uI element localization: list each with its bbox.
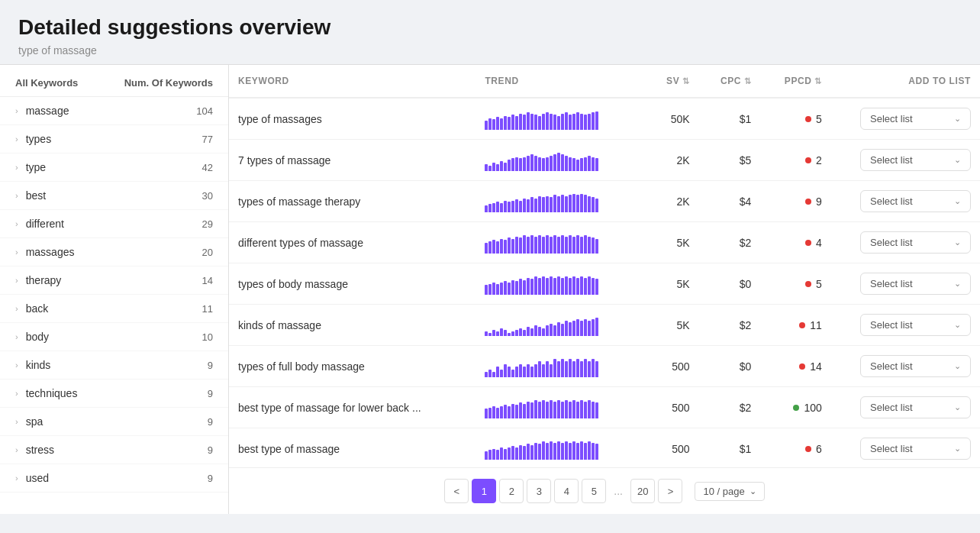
trend-bar: [557, 322, 560, 336]
sidebar-item[interactable]: › massages 20: [0, 238, 228, 266]
pagination-page-3[interactable]: 3: [527, 479, 551, 503]
trend-bar: [538, 278, 541, 295]
pagination-page-1[interactable]: 1: [472, 479, 496, 503]
pagination-next[interactable]: >: [658, 479, 682, 503]
keyword-text: types of massage therapy: [238, 195, 360, 208]
trend-bar: [504, 201, 507, 212]
sidebar-item[interactable]: › stress 9: [0, 436, 228, 464]
table-container: KEYWORD TREND SV CPC PPCD ADD TO LIST ty…: [229, 65, 980, 467]
sidebar-item-label: spa: [26, 415, 208, 428]
ppcd-dot: [805, 281, 811, 287]
trend-bar: [500, 406, 503, 418]
trend-bar: [496, 367, 499, 377]
trend-bar: [488, 166, 492, 171]
per-page-selector[interactable]: 10 / page⌄: [695, 482, 764, 501]
keyword-text: kinds of massage: [238, 319, 321, 331]
select-list-button[interactable]: Select list ⌄: [860, 273, 971, 295]
cpc-value: $0: [699, 346, 761, 387]
sidebar-item[interactable]: › different 29: [0, 210, 228, 238]
sv-value: 500: [628, 428, 698, 468]
sidebar-item-count: 42: [202, 162, 213, 173]
pagination-last-page[interactable]: 20: [630, 479, 655, 503]
chevron-right-icon: ›: [15, 276, 18, 285]
trend-bar: [538, 235, 541, 254]
sidebar-item-count: 9: [208, 360, 213, 371]
select-list-button[interactable]: Select list ⌄: [860, 438, 971, 460]
sidebar-item[interactable]: › body 10: [0, 323, 228, 351]
pagination-page-4[interactable]: 4: [554, 479, 579, 503]
trend-bar: [492, 372, 495, 377]
sidebar-item[interactable]: › therapy 14: [0, 266, 228, 295]
trend-bar: [515, 116, 518, 130]
col-header-cpc[interactable]: CPC: [699, 65, 761, 98]
trend-bar: [569, 235, 572, 254]
trend-bar: [488, 450, 492, 460]
sidebar-item[interactable]: › types 77: [0, 125, 228, 153]
keyword-text: best type of massage for lower back ...: [238, 402, 421, 414]
trend-bar: [546, 402, 549, 418]
select-list-button[interactable]: Select list ⌄: [860, 314, 971, 336]
sidebar-item[interactable]: › kinds 9: [0, 351, 228, 380]
select-list-button[interactable]: Select list ⌄: [860, 396, 971, 418]
trend-bar: [561, 195, 564, 212]
select-list-button[interactable]: Select list ⌄: [860, 231, 971, 254]
trend-bar: [565, 361, 568, 377]
trend-bar: [576, 319, 579, 336]
ppcd-dot: [799, 363, 805, 370]
ppcd-value: 6: [816, 443, 822, 455]
select-list-button[interactable]: Select list ⌄: [860, 190, 971, 212]
sidebar-item[interactable]: › used 9: [0, 464, 228, 493]
select-list-label: Select list: [870, 278, 913, 289]
trend-bar: [538, 327, 541, 336]
trend-bar: [485, 451, 488, 460]
trend-bar: [595, 444, 598, 460]
trend-bar: [496, 164, 499, 171]
trend-bar: [557, 116, 560, 130]
trend-bar: [538, 361, 541, 377]
select-list-button[interactable]: Select list ⌄: [860, 355, 971, 377]
select-list-label: Select list: [870, 319, 913, 331]
col-header-ppcd[interactable]: PPCD: [760, 65, 830, 98]
sidebar-item[interactable]: › type 42: [0, 153, 228, 182]
sv-value: 500: [628, 387, 698, 428]
cpc-value: $2: [699, 305, 761, 346]
sidebar-item-count: 104: [196, 105, 213, 117]
pagination-page-5[interactable]: 5: [582, 479, 606, 503]
trend-bar: [546, 361, 549, 377]
cpc-value: $2: [699, 222, 761, 263]
trend-bar: [496, 450, 499, 460]
trend-bar: [546, 196, 549, 212]
keyword-text: types of body massage: [238, 278, 348, 290]
pagination-page-2[interactable]: 2: [499, 479, 524, 503]
sidebar-item[interactable]: › best 30: [0, 182, 228, 210]
ppcd-dot: [793, 405, 799, 411]
select-list-button[interactable]: Select list ⌄: [860, 108, 971, 130]
trend-bar: [504, 163, 507, 171]
trend-bar: [569, 322, 572, 336]
trend-bar: [519, 279, 522, 295]
ppcd-value: 100: [804, 402, 821, 414]
col-header-sv[interactable]: SV: [628, 65, 698, 98]
ppcd-dot: [805, 199, 811, 205]
sidebar-item[interactable]: › spa 9: [0, 408, 228, 436]
trend-chart: [485, 150, 619, 171]
trend-bar: [542, 197, 545, 212]
trend-bar: [588, 156, 591, 171]
trend-bar: [488, 204, 492, 212]
trend-bar: [504, 330, 507, 336]
trend-bar: [534, 156, 537, 171]
sidebar-item[interactable]: › massage 104: [0, 97, 228, 125]
table-row: best type of massage for lower back ... …: [229, 387, 980, 428]
trend-bar: [592, 157, 595, 171]
ppcd-dot: [805, 116, 811, 122]
pagination-prev[interactable]: <: [444, 479, 469, 503]
trend-bar: [527, 327, 530, 336]
sidebar-item[interactable]: › techniques 9: [0, 380, 228, 408]
trend-bar: [546, 325, 549, 336]
sv-value: 50K: [628, 98, 698, 140]
trend-bar: [511, 280, 514, 295]
trend-bar: [530, 197, 534, 212]
chevron-down-icon: ⌄: [954, 279, 961, 289]
select-list-button[interactable]: Select list ⌄: [860, 149, 971, 171]
sidebar-item[interactable]: › back 11: [0, 295, 228, 323]
